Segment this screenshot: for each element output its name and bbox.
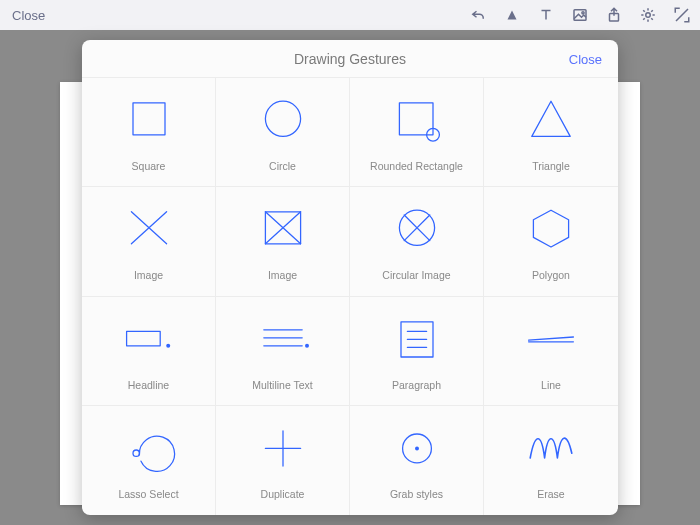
svg-point-17 [415, 447, 419, 451]
gesture-label: Triangle [532, 160, 570, 172]
gesture-label: Image [268, 269, 297, 281]
triangle-icon [510, 90, 592, 154]
gesture-circular-image[interactable]: Circular Image [350, 187, 484, 296]
svg-point-5 [265, 101, 300, 136]
gesture-duplicate[interactable]: Duplicate [216, 406, 350, 515]
lasso-icon [108, 418, 190, 482]
svg-point-15 [133, 450, 139, 456]
circle-dot-icon [376, 418, 458, 482]
svg-point-13 [305, 343, 309, 347]
gesture-polygon[interactable]: Polygon [484, 187, 618, 296]
square-icon [108, 90, 190, 154]
image-x-icon [108, 199, 190, 263]
gesture-multiline-text[interactable]: Multiline Text [216, 297, 350, 406]
gesture-label: Duplicate [261, 488, 305, 500]
gesture-label: Erase [537, 488, 564, 500]
paragraph-icon [376, 309, 458, 373]
gesture-lasso-select[interactable]: Lasso Select [82, 406, 216, 515]
gesture-label: Grab styles [390, 488, 443, 500]
gesture-paragraph[interactable]: Paragraph [350, 297, 484, 406]
gesture-label: Headline [128, 379, 169, 391]
image-icon[interactable] [570, 5, 590, 25]
app-close-button[interactable]: Close [8, 6, 49, 25]
line-icon [510, 309, 592, 373]
rounded-rect-icon [376, 90, 458, 154]
gesture-circle[interactable]: Circle [216, 78, 350, 187]
gesture-image-box[interactable]: Image [216, 187, 350, 296]
shape-icon[interactable] [502, 5, 522, 25]
scribble-icon [510, 418, 592, 482]
gesture-label: Paragraph [392, 379, 441, 391]
svg-point-3 [646, 13, 651, 18]
gesture-triangle[interactable]: Triangle [484, 78, 618, 187]
gesture-line[interactable]: Line [484, 297, 618, 406]
svg-point-12 [166, 343, 170, 347]
gesture-headline[interactable]: Headline [82, 297, 216, 406]
gesture-rounded-rectangle[interactable]: Rounded Rectangle [350, 78, 484, 187]
gesture-label: Multiline Text [252, 379, 313, 391]
drawing-gestures-modal: Drawing Gestures Close Square Circle [82, 40, 618, 515]
headline-icon [108, 309, 190, 373]
modal-title: Drawing Gestures [294, 51, 406, 67]
gesture-label: Lasso Select [118, 488, 178, 500]
share-icon[interactable] [604, 5, 624, 25]
gesture-grab-styles[interactable]: Grab styles [350, 406, 484, 515]
svg-rect-4 [133, 103, 165, 135]
gesture-label: Circle [269, 160, 296, 172]
image-box-x-icon [242, 199, 324, 263]
fullscreen-icon[interactable] [672, 5, 692, 25]
undo-icon[interactable] [468, 5, 488, 25]
svg-point-1 [582, 12, 584, 14]
multiline-icon [242, 309, 324, 373]
text-icon[interactable] [536, 5, 556, 25]
gear-icon[interactable] [638, 5, 658, 25]
gesture-image[interactable]: Image [82, 187, 216, 296]
gesture-square[interactable]: Square [82, 78, 216, 187]
modal-close-button[interactable]: Close [569, 51, 602, 66]
gesture-label: Circular Image [382, 269, 450, 281]
gesture-label: Image [134, 269, 163, 281]
svg-marker-10 [533, 211, 568, 248]
svg-rect-11 [126, 331, 160, 345]
gesture-erase[interactable]: Erase [484, 406, 618, 515]
polygon-icon [510, 199, 592, 263]
gesture-label: Line [541, 379, 561, 391]
gesture-label: Polygon [532, 269, 570, 281]
circle-x-icon [376, 199, 458, 263]
circle-icon [242, 90, 324, 154]
gesture-label: Rounded Rectangle [370, 160, 463, 172]
gesture-label: Square [132, 160, 166, 172]
plus-icon [242, 418, 324, 482]
